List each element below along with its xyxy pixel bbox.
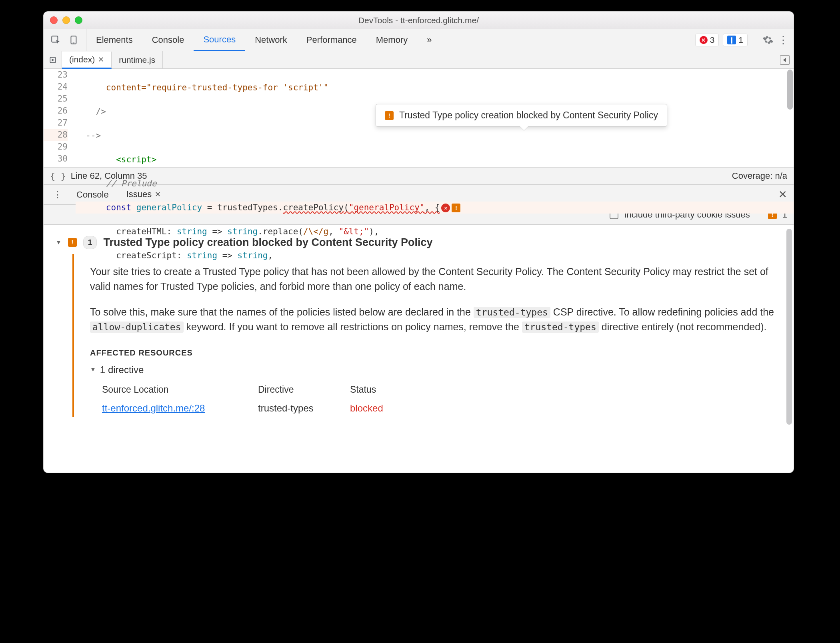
issue-content: Your site tries to create a Trusted Type… bbox=[72, 254, 782, 417]
issue-paragraph: Your site tries to create a Trusted Type… bbox=[90, 264, 782, 294]
tab-elements[interactable]: Elements bbox=[86, 29, 142, 51]
file-tabbar: (index) ✕ runtime.js bbox=[44, 51, 794, 69]
message-icon: ❙ bbox=[727, 36, 736, 44]
source-location-link[interactable]: tt-enforced.glitch.me/:28 bbox=[102, 403, 205, 413]
issue-title: Trusted Type policy creation blocked by … bbox=[103, 234, 432, 251]
tab-performance[interactable]: Performance bbox=[297, 29, 366, 51]
th-status: Status bbox=[350, 381, 442, 398]
th-source: Source Location bbox=[102, 381, 258, 398]
directive-summary-row[interactable]: ▼ 1 directive bbox=[90, 363, 782, 377]
error-count: 3 bbox=[710, 35, 715, 45]
close-tab-icon[interactable]: ✕ bbox=[98, 55, 104, 64]
separator bbox=[755, 34, 755, 46]
collapse-triangle-icon[interactable]: ▼ bbox=[56, 238, 62, 247]
editor-scrollbar[interactable] bbox=[787, 70, 793, 110]
error-counter[interactable]: ✕ 3 bbox=[695, 34, 719, 46]
issues-panel: ▼ ! 1 Trusted Type policy creation block… bbox=[44, 225, 794, 473]
message-count: 1 bbox=[738, 35, 743, 45]
error-inline-icon[interactable]: ✕ bbox=[441, 204, 450, 212]
file-tab-index[interactable]: (index) ✕ bbox=[62, 52, 112, 69]
error-icon: ✕ bbox=[700, 36, 708, 44]
affected-table: Source Location Directive Status tt-enfo… bbox=[102, 381, 782, 417]
tab-network[interactable]: Network bbox=[245, 29, 297, 51]
table-header: Source Location Directive Status bbox=[102, 381, 782, 398]
more-options-icon[interactable]: ⋮ bbox=[778, 34, 789, 46]
show-navigator-icon[interactable] bbox=[780, 55, 790, 65]
inline-tooltip: ! Trusted Type policy creation blocked b… bbox=[376, 104, 667, 127]
devtools-window: DevTools - tt-enforced.glitch.me/ Elemen… bbox=[43, 11, 794, 473]
status-cell: blocked bbox=[350, 399, 442, 417]
main-tabstrip: Elements Console Sources Network Perform… bbox=[44, 29, 794, 51]
titlebar: DevTools - tt-enforced.glitch.me/ bbox=[44, 12, 794, 29]
directive-cell: trusted-types bbox=[258, 399, 350, 417]
file-tab-label: (index) bbox=[69, 55, 95, 64]
message-counter[interactable]: ❙ 1 bbox=[723, 34, 748, 46]
tab-overflow[interactable]: » bbox=[417, 29, 441, 51]
code-editor[interactable]: 23 24 25 26 27 28 29 30 content="require… bbox=[44, 69, 794, 167]
issue-count-badge: 1 bbox=[83, 236, 97, 249]
tab-console[interactable]: Console bbox=[142, 29, 194, 51]
file-tab-runtime[interactable]: runtime.js bbox=[112, 51, 163, 68]
table-row: tt-enforced.glitch.me/:28 trusted-types … bbox=[102, 399, 782, 417]
inspect-element-icon[interactable] bbox=[50, 34, 61, 46]
issue-paragraph: To solve this, make sure that the names … bbox=[90, 305, 782, 335]
tab-sources[interactable]: Sources bbox=[194, 29, 245, 51]
tooltip-text: Trusted Type policy creation blocked by … bbox=[399, 110, 658, 121]
collapse-triangle-icon[interactable]: ▼ bbox=[90, 365, 96, 374]
device-toolbar-icon[interactable] bbox=[68, 34, 80, 46]
issues-scrollbar[interactable] bbox=[786, 229, 792, 425]
warning-icon: ! bbox=[385, 111, 394, 120]
settings-gear-icon[interactable] bbox=[762, 34, 774, 46]
affected-resources-heading: AFFECTED RESOURCES bbox=[90, 347, 782, 359]
warning-icon: ! bbox=[68, 238, 77, 247]
tab-memory[interactable]: Memory bbox=[366, 29, 417, 51]
directive-summary: 1 directive bbox=[100, 363, 144, 377]
warning-inline-icon[interactable]: ! bbox=[452, 204, 460, 212]
window-title: DevTools - tt-enforced.glitch.me/ bbox=[44, 16, 794, 25]
th-directive: Directive bbox=[258, 381, 350, 398]
line-gutter: 23 24 25 26 27 28 29 30 bbox=[44, 69, 72, 167]
file-tab-label: runtime.js bbox=[119, 55, 155, 65]
resume-script-icon[interactable] bbox=[44, 51, 62, 68]
issue-header[interactable]: ▼ ! 1 Trusted Type policy creation block… bbox=[56, 234, 782, 251]
